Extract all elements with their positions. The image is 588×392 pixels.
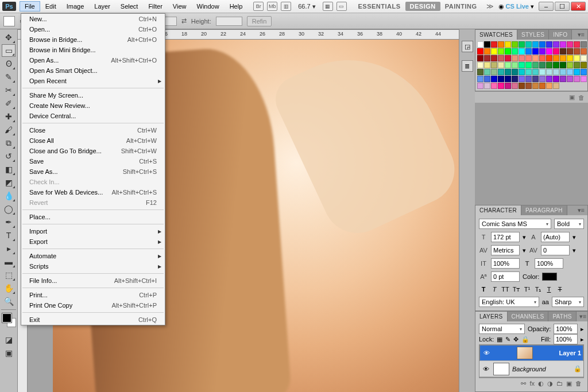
file-menu-new-[interactable]: New...Ctrl+N <box>21 14 165 24</box>
allcaps-button[interactable]: TT <box>501 285 510 294</box>
character-panel-menu[interactable]: ▾≡ <box>575 205 587 215</box>
file-menu-place-[interactable]: Place... <box>21 212 165 222</box>
swatch[interactable] <box>532 76 539 82</box>
swatch[interactable] <box>553 48 559 55</box>
swatch[interactable] <box>539 76 546 82</box>
marquee-tool[interactable]: ▭ <box>2 44 16 57</box>
swatch[interactable] <box>539 55 546 61</box>
file-menu-open-recent[interactable]: Open Recent <box>21 76 165 86</box>
swatch[interactable] <box>560 69 566 75</box>
clone-stamp-tool[interactable]: ⧉ <box>2 137 16 149</box>
superscript-button[interactable]: T¹ <box>523 285 532 294</box>
swatch[interactable] <box>491 83 497 89</box>
italic-button[interactable]: T <box>490 285 499 294</box>
layers-tab-layers[interactable]: LAYERS <box>475 312 508 321</box>
pen-tool[interactable]: ✒ <box>2 216 16 228</box>
swatch[interactable] <box>560 41 566 48</box>
swatch[interactable] <box>546 55 552 61</box>
swatch[interactable] <box>581 48 587 55</box>
file-menu-automate[interactable]: Automate <box>21 251 165 261</box>
height-input[interactable] <box>216 17 242 26</box>
swatch[interactable] <box>581 55 587 61</box>
swatch[interactable] <box>532 69 539 75</box>
swatch[interactable] <box>484 69 490 75</box>
history-panel-icon[interactable]: ◲ <box>462 41 473 52</box>
foreground-color-well[interactable] <box>2 313 11 323</box>
kerning-input[interactable]: Metrics <box>491 245 520 255</box>
delete-layer-icon[interactable]: 🗑 <box>575 380 582 387</box>
gradient-tool[interactable]: ◩ <box>2 176 16 189</box>
swatch[interactable] <box>484 55 490 61</box>
layer-row[interactable]: 👁Background🔒 <box>479 361 583 377</box>
font-family-select[interactable]: Comic Sans MS▾ <box>479 219 551 229</box>
swatch[interactable] <box>581 41 587 48</box>
file-menu-share-my-screen-[interactable]: Share My Screen... <box>21 90 165 100</box>
swatch[interactable] <box>477 41 483 48</box>
lock-all-icon[interactable]: 🔒 <box>521 336 529 343</box>
workspace-painting[interactable]: PAINTING <box>440 2 482 11</box>
swatch[interactable] <box>491 76 497 82</box>
swatches-grid[interactable] <box>475 40 587 91</box>
swatch[interactable] <box>567 48 573 55</box>
shape-tool[interactable]: ▬ <box>2 255 16 268</box>
file-menu-file-info-[interactable]: File Info...Alt+Shift+Ctrl+I <box>21 275 165 286</box>
swatch[interactable] <box>553 83 559 89</box>
blend-mode-select[interactable]: Normal▾ <box>479 324 525 334</box>
menu-edit[interactable]: Edit <box>40 1 61 11</box>
mask-icon[interactable]: ◐ <box>538 380 544 387</box>
swatch[interactable] <box>574 76 580 82</box>
swatch[interactable] <box>546 62 552 68</box>
file-menu-save-for-web-devices-[interactable]: Save for Web & Devices...Alt+Shift+Ctrl+… <box>21 187 165 197</box>
swatch[interactable] <box>512 69 518 75</box>
file-menu-browse-in-mini-bridge-[interactable]: Browse in Mini Bridge... <box>21 45 165 55</box>
swatch[interactable] <box>498 83 504 89</box>
swatch[interactable] <box>532 55 539 61</box>
swatch[interactable] <box>553 69 559 75</box>
color-wells[interactable] <box>0 313 17 333</box>
swatch[interactable] <box>546 48 552 55</box>
swatch[interactable] <box>567 62 573 68</box>
bold-button[interactable]: T <box>479 285 488 294</box>
file-menu-create-new-review-[interactable]: Create New Review... <box>21 100 165 111</box>
swatch[interactable] <box>574 62 580 68</box>
swatch[interactable] <box>491 48 497 55</box>
swatch[interactable] <box>505 48 511 55</box>
fx-icon[interactable]: fx <box>529 380 535 387</box>
swatch[interactable] <box>519 62 525 68</box>
workspace-design[interactable]: DESIGN <box>405 2 440 11</box>
character-tab-paragraph[interactable]: PARAGRAPH <box>521 205 567 215</box>
visibility-icon[interactable]: 👁 <box>481 364 490 374</box>
swatch[interactable] <box>525 48 532 55</box>
file-menu-close-all[interactable]: Close AllAlt+Ctrl+W <box>21 135 165 146</box>
new-layer-icon[interactable]: ▣ <box>566 380 572 387</box>
swatch[interactable] <box>560 62 566 68</box>
arrange-docs-icon[interactable]: ▦ <box>323 2 333 11</box>
swatch[interactable] <box>525 55 532 61</box>
swatches-tab-styles[interactable]: STYLES <box>517 30 549 40</box>
swatch[interactable] <box>539 41 546 48</box>
file-menu-save[interactable]: SaveCtrl+S <box>21 156 165 166</box>
opacity-input[interactable]: 100% <box>554 324 578 334</box>
history-brush-tool[interactable]: ↺ <box>2 150 16 162</box>
swatch[interactable] <box>512 76 518 82</box>
layer-row[interactable]: 👁Layer 1 <box>479 345 583 361</box>
menu-image[interactable]: Image <box>61 1 90 11</box>
screen-mode-icon[interactable]: ▥ <box>281 2 291 11</box>
swatches-tab-swatches[interactable]: SWATCHES <box>475 30 517 40</box>
antialias-select[interactable]: Sharp▾ <box>552 297 584 307</box>
font-style-select[interactable]: Bold▾ <box>554 219 584 229</box>
file-menu-export[interactable]: Export <box>21 236 165 247</box>
swatch[interactable] <box>519 76 525 82</box>
eyedropper-tool[interactable]: ✐ <box>2 97 16 110</box>
3d-tool[interactable]: ⬚ <box>2 269 16 281</box>
swatch[interactable] <box>525 69 532 75</box>
swatch[interactable] <box>560 48 566 55</box>
swatch[interactable] <box>491 69 497 75</box>
font-size-input[interactable]: 172 pt <box>491 232 520 242</box>
file-menu-open-as-smart-object-[interactable]: Open As Smart Object... <box>21 65 165 76</box>
swatch[interactable] <box>498 69 504 75</box>
swatch[interactable] <box>567 41 573 48</box>
swatch[interactable] <box>477 62 483 68</box>
extras-icon[interactable]: ▭ <box>336 2 347 11</box>
mini-bridge-icon[interactable]: Mb <box>267 2 277 11</box>
